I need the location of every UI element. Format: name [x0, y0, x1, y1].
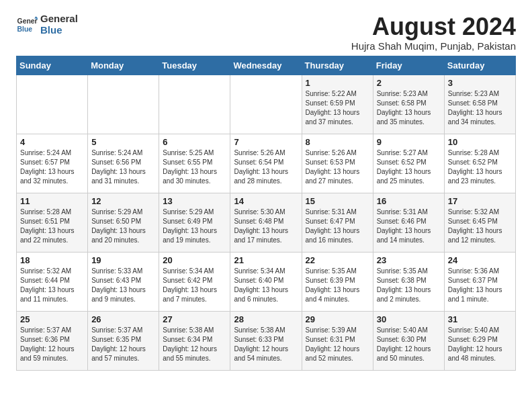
- day-info: Sunrise: 5:29 AM Sunset: 6:50 PM Dayligh…: [91, 208, 155, 245]
- calendar-cell: 17Sunrise: 5:32 AM Sunset: 6:45 PM Dayli…: [444, 193, 515, 252]
- day-number: 19: [91, 255, 155, 265]
- day-number: 27: [163, 314, 226, 324]
- day-number: 17: [448, 196, 512, 206]
- day-info: Sunrise: 5:23 AM Sunset: 6:58 PM Dayligh…: [448, 89, 512, 127]
- day-number: 5: [91, 137, 155, 147]
- calendar-cell: 25Sunrise: 5:37 AM Sunset: 6:36 PM Dayli…: [17, 311, 88, 370]
- day-number: 3: [448, 78, 512, 88]
- logo-icon: General Blue: [16, 14, 38, 36]
- calendar-week-3: 11Sunrise: 5:28 AM Sunset: 6:51 PM Dayli…: [17, 193, 516, 252]
- day-info: Sunrise: 5:27 AM Sunset: 6:52 PM Dayligh…: [377, 148, 441, 186]
- day-info: Sunrise: 5:26 AM Sunset: 6:54 PM Dayligh…: [234, 148, 298, 186]
- calendar-cell: 1Sunrise: 5:22 AM Sunset: 6:59 PM Daylig…: [302, 75, 373, 134]
- day-number: 21: [234, 255, 298, 265]
- calendar-cell: 9Sunrise: 5:27 AM Sunset: 6:52 PM Daylig…: [373, 134, 444, 193]
- svg-text:General: General: [17, 17, 38, 25]
- header-sunday: Sunday: [17, 56, 88, 75]
- calendar-cell: 20Sunrise: 5:34 AM Sunset: 6:42 PM Dayli…: [159, 252, 230, 311]
- calendar-cell: [230, 75, 302, 134]
- calendar-cell: 18Sunrise: 5:32 AM Sunset: 6:44 PM Dayli…: [17, 252, 88, 311]
- day-info: Sunrise: 5:40 AM Sunset: 6:29 PM Dayligh…: [448, 326, 512, 363]
- day-number: 30: [377, 314, 441, 324]
- calendar-week-2: 4Sunrise: 5:24 AM Sunset: 6:57 PM Daylig…: [17, 134, 516, 193]
- calendar-header-row: SundayMondayTuesdayWednesdayThursdayFrid…: [17, 56, 516, 75]
- day-info: Sunrise: 5:39 AM Sunset: 6:31 PM Dayligh…: [306, 326, 369, 363]
- header-tuesday: Tuesday: [159, 56, 230, 75]
- day-number: 6: [163, 137, 226, 147]
- day-number: 28: [234, 314, 298, 324]
- calendar-cell: 3Sunrise: 5:23 AM Sunset: 6:58 PM Daylig…: [444, 75, 515, 134]
- calendar-cell: 2Sunrise: 5:23 AM Sunset: 6:58 PM Daylig…: [373, 75, 444, 134]
- calendar-cell: [88, 75, 159, 134]
- day-info: Sunrise: 5:28 AM Sunset: 6:51 PM Dayligh…: [20, 208, 84, 245]
- day-number: 20: [163, 255, 226, 265]
- day-info: Sunrise: 5:23 AM Sunset: 6:58 PM Dayligh…: [377, 89, 441, 127]
- page-header: General Blue General Blue August 2024 Hu…: [16, 13, 516, 52]
- day-number: 2: [377, 78, 441, 88]
- calendar-cell: 23Sunrise: 5:35 AM Sunset: 6:38 PM Dayli…: [373, 252, 444, 311]
- day-number: 26: [91, 314, 155, 324]
- day-number: 29: [306, 314, 369, 324]
- day-number: 9: [377, 137, 441, 147]
- calendar-table: SundayMondayTuesdayWednesdayThursdayFrid…: [16, 56, 516, 371]
- day-number: 13: [163, 196, 226, 206]
- day-info: Sunrise: 5:30 AM Sunset: 6:48 PM Dayligh…: [234, 208, 298, 245]
- day-info: Sunrise: 5:32 AM Sunset: 6:44 PM Dayligh…: [20, 267, 84, 304]
- logo-blue: Blue: [40, 25, 78, 36]
- calendar-week-4: 18Sunrise: 5:32 AM Sunset: 6:44 PM Dayli…: [17, 252, 516, 311]
- month-year: August 2024: [351, 13, 516, 40]
- calendar-cell: 11Sunrise: 5:28 AM Sunset: 6:51 PM Dayli…: [17, 193, 88, 252]
- day-number: 25: [20, 314, 84, 324]
- day-info: Sunrise: 5:22 AM Sunset: 6:59 PM Dayligh…: [306, 89, 369, 127]
- day-number: 15: [306, 196, 369, 206]
- calendar-cell: 27Sunrise: 5:38 AM Sunset: 6:34 PM Dayli…: [159, 311, 230, 370]
- location: Hujra Shah Muqim, Punjab, Pakistan: [351, 40, 516, 52]
- day-info: Sunrise: 5:35 AM Sunset: 6:38 PM Dayligh…: [377, 267, 441, 304]
- svg-text:Blue: Blue: [17, 25, 33, 32]
- day-number: 22: [306, 255, 369, 265]
- calendar-cell: 28Sunrise: 5:38 AM Sunset: 6:33 PM Dayli…: [230, 311, 302, 370]
- day-info: Sunrise: 5:28 AM Sunset: 6:52 PM Dayligh…: [448, 148, 512, 186]
- calendar-cell: 26Sunrise: 5:37 AM Sunset: 6:35 PM Dayli…: [88, 311, 159, 370]
- calendar-cell: 15Sunrise: 5:31 AM Sunset: 6:47 PM Dayli…: [302, 193, 373, 252]
- day-number: 4: [20, 137, 84, 147]
- calendar-cell: 24Sunrise: 5:36 AM Sunset: 6:37 PM Dayli…: [444, 252, 515, 311]
- calendar-cell: 31Sunrise: 5:40 AM Sunset: 6:29 PM Dayli…: [444, 311, 515, 370]
- calendar-cell: 19Sunrise: 5:33 AM Sunset: 6:43 PM Dayli…: [88, 252, 159, 311]
- day-number: 14: [234, 196, 298, 206]
- day-number: 7: [234, 137, 298, 147]
- header-thursday: Thursday: [302, 56, 373, 75]
- day-info: Sunrise: 5:25 AM Sunset: 6:55 PM Dayligh…: [163, 148, 226, 186]
- calendar-cell: 16Sunrise: 5:31 AM Sunset: 6:46 PM Dayli…: [373, 193, 444, 252]
- calendar-cell: 29Sunrise: 5:39 AM Sunset: 6:31 PM Dayli…: [302, 311, 373, 370]
- day-info: Sunrise: 5:37 AM Sunset: 6:35 PM Dayligh…: [91, 326, 155, 363]
- calendar-cell: 21Sunrise: 5:34 AM Sunset: 6:40 PM Dayli…: [230, 252, 302, 311]
- calendar-cell: 14Sunrise: 5:30 AM Sunset: 6:48 PM Dayli…: [230, 193, 302, 252]
- day-info: Sunrise: 5:31 AM Sunset: 6:46 PM Dayligh…: [377, 208, 441, 245]
- day-info: Sunrise: 5:34 AM Sunset: 6:40 PM Dayligh…: [234, 267, 298, 304]
- day-number: 24: [448, 255, 512, 265]
- calendar-cell: 10Sunrise: 5:28 AM Sunset: 6:52 PM Dayli…: [444, 134, 515, 193]
- calendar-cell: [159, 75, 230, 134]
- calendar-cell: 13Sunrise: 5:29 AM Sunset: 6:49 PM Dayli…: [159, 193, 230, 252]
- day-info: Sunrise: 5:24 AM Sunset: 6:56 PM Dayligh…: [91, 148, 155, 186]
- calendar-cell: 30Sunrise: 5:40 AM Sunset: 6:30 PM Dayli…: [373, 311, 444, 370]
- logo-general: General: [40, 13, 78, 25]
- day-info: Sunrise: 5:26 AM Sunset: 6:53 PM Dayligh…: [306, 148, 369, 186]
- day-info: Sunrise: 5:34 AM Sunset: 6:42 PM Dayligh…: [163, 267, 226, 304]
- header-wednesday: Wednesday: [230, 56, 302, 75]
- calendar-cell: 8Sunrise: 5:26 AM Sunset: 6:53 PM Daylig…: [302, 134, 373, 193]
- day-info: Sunrise: 5:24 AM Sunset: 6:57 PM Dayligh…: [20, 148, 84, 186]
- day-number: 18: [20, 255, 84, 265]
- logo: General Blue General Blue: [16, 13, 78, 36]
- calendar-cell: 4Sunrise: 5:24 AM Sunset: 6:57 PM Daylig…: [17, 134, 88, 193]
- day-number: 12: [91, 196, 155, 206]
- day-number: 23: [377, 255, 441, 265]
- calendar-cell: 5Sunrise: 5:24 AM Sunset: 6:56 PM Daylig…: [88, 134, 159, 193]
- day-info: Sunrise: 5:37 AM Sunset: 6:36 PM Dayligh…: [20, 326, 84, 363]
- calendar-cell: 22Sunrise: 5:35 AM Sunset: 6:39 PM Dayli…: [302, 252, 373, 311]
- calendar-cell: [17, 75, 88, 134]
- logo-text: General Blue: [40, 13, 78, 36]
- day-info: Sunrise: 5:31 AM Sunset: 6:47 PM Dayligh…: [306, 208, 369, 245]
- day-info: Sunrise: 5:38 AM Sunset: 6:33 PM Dayligh…: [234, 326, 298, 363]
